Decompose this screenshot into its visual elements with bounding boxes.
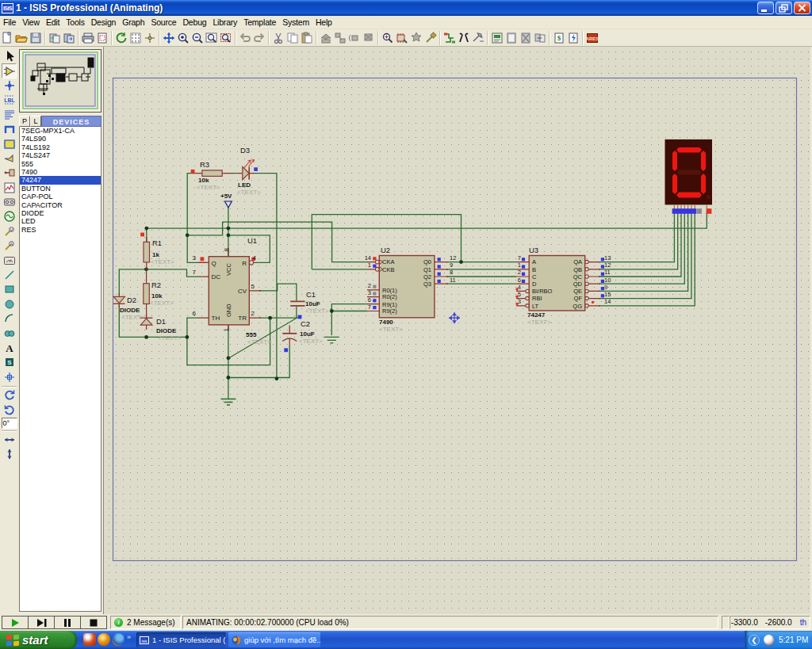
open-design-icon[interactable] — [14, 31, 29, 45]
start-button[interactable]: start — [0, 631, 77, 649]
wire-autorouter-icon[interactable] — [442, 31, 457, 45]
zoom-in-icon[interactable] — [176, 31, 190, 45]
2d-text-icon[interactable]: A — [2, 341, 17, 355]
menu-library[interactable]: Library — [209, 17, 240, 29]
overview-window[interactable] — [19, 49, 102, 113]
device-item-diode[interactable]: DIODE — [20, 209, 101, 217]
text-script-icon[interactable] — [2, 108, 17, 122]
print-icon[interactable] — [81, 31, 95, 45]
2d-symbol-icon[interactable]: S — [2, 355, 17, 369]
decompose-icon[interactable] — [423, 31, 438, 45]
rotate-ccw-icon[interactable] — [2, 403, 17, 417]
pan-icon[interactable] — [162, 31, 176, 45]
pause-button[interactable] — [55, 617, 81, 628]
message-panel[interactable]: i 2 Message(s) — [110, 616, 181, 629]
seven-segment-display[interactable] — [665, 139, 713, 214]
device-item-res[interactable]: RES — [20, 226, 101, 234]
mirror-x-icon[interactable] — [2, 433, 17, 447]
electrical-rule-check-icon[interactable] — [566, 31, 580, 45]
generator-mode-icon[interactable] — [2, 209, 17, 223]
quicklaunch-media-icon[interactable] — [83, 633, 96, 646]
menu-graph[interactable]: Graph — [119, 17, 147, 29]
terminals-mode-icon[interactable] — [2, 151, 17, 166]
2d-path-icon[interactable] — [2, 326, 17, 340]
device-item-cap-pol[interactable]: CAP-POL — [20, 193, 101, 200]
export-section-icon[interactable] — [62, 31, 76, 45]
redraw-icon[interactable] — [114, 31, 128, 45]
step-button[interactable] — [29, 617, 55, 628]
pick-parts-button[interactable]: P — [19, 116, 30, 127]
mirror-y-icon[interactable] — [2, 447, 17, 461]
stop-button[interactable] — [81, 617, 106, 628]
paste-icon[interactable] — [300, 31, 314, 45]
2d-arc-icon[interactable] — [2, 311, 17, 326]
current-probe-icon[interactable]: A — [2, 239, 17, 253]
design-explorer-icon[interactable] — [490, 31, 504, 45]
false-origin-icon[interactable] — [143, 31, 157, 45]
goto-sheet-icon[interactable] — [533, 31, 547, 45]
zoom-all-icon[interactable] — [205, 31, 219, 45]
menu-design[interactable]: Design — [88, 17, 119, 29]
cut-icon[interactable] — [271, 31, 285, 45]
device-item-74247[interactable]: 74247 — [20, 176, 101, 184]
tray-collapse-icon[interactable]: ❮ — [749, 635, 760, 646]
rotation-angle-field[interactable]: 0° — [2, 418, 17, 429]
menu-help[interactable]: Help — [312, 17, 335, 29]
make-device-icon[interactable] — [395, 31, 409, 45]
taskbar-item-isis[interactable]: isis 1 - ISIS Professional (... — [136, 632, 226, 647]
2d-circle-icon[interactable] — [2, 297, 17, 311]
device-item-555[interactable]: 555 — [20, 160, 101, 168]
quicklaunch-overflow-chevron[interactable]: » — [127, 633, 131, 641]
device-item-led[interactable]: LED — [20, 217, 101, 225]
graph-mode-icon[interactable] — [2, 181, 17, 195]
menu-file[interactable]: File — [0, 17, 19, 29]
menu-source[interactable]: Source — [147, 17, 179, 29]
device-item-74ls247[interactable]: 74LS247 — [20, 151, 101, 159]
virtual-instruments-icon[interactable] — [2, 253, 17, 267]
component-mode-icon[interactable] — [2, 63, 17, 78]
block-delete-icon[interactable] — [362, 31, 376, 45]
toggle-grid-icon[interactable] — [128, 31, 143, 45]
bill-of-materials-icon[interactable]: $ — [552, 31, 566, 45]
device-item-74ls90[interactable]: 74LS90 — [20, 135, 101, 143]
quicklaunch-browser-icon[interactable] — [98, 633, 110, 646]
zoom-area-icon[interactable] — [219, 31, 233, 45]
copy-icon[interactable] — [285, 31, 300, 45]
minimize-button[interactable] — [757, 2, 774, 14]
junction-dot-icon[interactable] — [2, 78, 17, 93]
device-item-capacitor[interactable]: CAPACITOR — [20, 201, 101, 209]
play-button[interactable] — [2, 617, 29, 628]
taskbar-item-firefox[interactable]: giúp với ,tìm mạch đề... — [228, 632, 320, 647]
search-tag-icon[interactable] — [457, 31, 471, 45]
wire-label-icon[interactable]: LBL — [2, 93, 17, 107]
tape-recorder-icon[interactable] — [2, 195, 17, 209]
redo-icon[interactable] — [252, 31, 266, 45]
new-sheet-icon[interactable] — [504, 31, 519, 45]
menu-tools[interactable]: Tools — [63, 17, 88, 29]
device-pins-icon[interactable] — [2, 166, 17, 180]
2d-box-icon[interactable] — [2, 282, 17, 296]
save-design-icon[interactable] — [29, 31, 43, 45]
device-item-7seg-mpx1-ca[interactable]: 7SEG-MPX1-CA — [20, 127, 101, 135]
import-section-icon[interactable] — [48, 31, 62, 45]
menu-edit[interactable]: Edit — [43, 17, 63, 29]
buses-mode-icon[interactable] — [2, 122, 17, 136]
close-button[interactable] — [794, 2, 810, 14]
zoom-out-icon[interactable] — [190, 31, 205, 45]
rotate-cw-icon[interactable] — [2, 388, 17, 403]
menu-template[interactable]: Template — [240, 17, 279, 29]
pick-device-icon[interactable] — [381, 31, 395, 45]
block-move-icon[interactable] — [333, 31, 347, 45]
subcircuit-icon[interactable] — [2, 136, 17, 151]
2d-marker-icon[interactable] — [2, 370, 17, 384]
menu-debug[interactable]: Debug — [179, 17, 209, 29]
menu-view[interactable]: View — [19, 17, 43, 29]
remove-sheet-icon[interactable] — [519, 31, 533, 45]
device-item-74ls192[interactable]: 74LS192 — [20, 143, 101, 151]
voltage-probe-icon[interactable]: V — [2, 224, 17, 239]
device-item-button[interactable]: BUTTON — [20, 185, 101, 193]
undo-icon[interactable] — [238, 31, 252, 45]
new-design-icon[interactable] — [0, 31, 14, 45]
block-rotate-icon[interactable] — [347, 31, 362, 45]
menu-system[interactable]: System — [279, 17, 312, 29]
